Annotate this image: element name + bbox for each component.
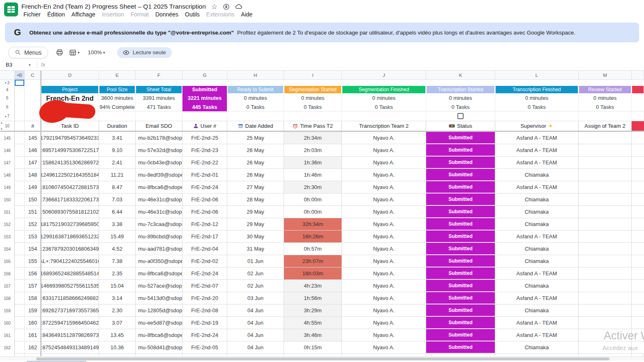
cell[interactable] bbox=[579, 80, 632, 86]
cell-user-number[interactable]: FrE-2nd-22 bbox=[182, 157, 227, 169]
cell-date-added[interactable]: 26 May bbox=[227, 144, 284, 157]
cell-email-sdo[interactable]: mu-508d41@sdoper bbox=[136, 341, 182, 354]
column-letter-M[interactable]: M bbox=[579, 71, 632, 80]
cell-team[interactable]: Nyavo A. bbox=[342, 267, 426, 280]
cell-team[interactable]: Nyavo A. bbox=[342, 231, 426, 243]
cell-task-number[interactable]: 145 bbox=[25, 132, 41, 144]
summary-card-submitted[interactable]: Submitted3221 minutes445 Tasks bbox=[182, 86, 227, 111]
cell-time-pass[interactable]: 16h:03m bbox=[284, 267, 342, 280]
summary-card-segmentation-started[interactable]: Segmentation Started0 minutes0 Tasks bbox=[284, 86, 342, 111]
cell-b[interactable] bbox=[15, 231, 25, 243]
row-gutter-corner[interactable] bbox=[0, 71, 15, 80]
cell-edge[interactable] bbox=[632, 181, 644, 194]
cell-supervisor[interactable]: Chiamaka bbox=[495, 341, 579, 354]
cell-email-sdo[interactable]: mu-89bcbd@sdoper bbox=[136, 231, 182, 243]
cell-task-id[interactable]: :8752454849313489149 bbox=[41, 341, 99, 354]
cell[interactable] bbox=[495, 111, 579, 121]
cell-date-added[interactable]: 27 May bbox=[227, 181, 284, 194]
cell-assign[interactable] bbox=[579, 194, 632, 206]
cell-email-sdo[interactable]: mu-8fbca6@sdopera bbox=[136, 181, 182, 194]
summary-card-ready-to-submit[interactable]: Ready to Submit0 minutes0 Tasks bbox=[227, 86, 284, 111]
cell-email-sdo[interactable]: mu-57e32d@sdoper bbox=[136, 144, 182, 157]
cell-b[interactable] bbox=[15, 206, 25, 218]
cell[interactable] bbox=[342, 80, 426, 86]
column-letter-E[interactable]: E bbox=[99, 71, 136, 80]
menu-outils[interactable]: Outils bbox=[182, 11, 203, 18]
cell-email-sdo[interactable]: mu-0cb43e@sdoper bbox=[136, 157, 182, 169]
cell-user-number[interactable]: FrE-2nd-23 bbox=[182, 144, 227, 157]
cell-edge[interactable] bbox=[632, 144, 644, 157]
row-headers-4-5-6[interactable]: 456 bbox=[0, 86, 15, 111]
cell-team[interactable]: Nyavo A. bbox=[342, 255, 426, 267]
format-grid-button[interactable]: ▾ bbox=[66, 47, 83, 58]
cell-status[interactable]: Submitted bbox=[426, 280, 495, 292]
cell[interactable] bbox=[25, 80, 41, 86]
cell-supervisor[interactable]: Chiamaka bbox=[495, 280, 579, 292]
cell-status[interactable]: Submitted bbox=[426, 157, 495, 169]
cell-time-pass[interactable]: 32h:34m bbox=[284, 218, 342, 231]
column-letter-K[interactable]: K bbox=[426, 71, 495, 80]
cell-task-id[interactable]: :6926273716973557365 bbox=[41, 304, 99, 317]
row-header-10[interactable]: ▾10▴ bbox=[0, 121, 15, 131]
cell[interactable] bbox=[227, 80, 284, 86]
cell-team[interactable]: Nyavo A. bbox=[342, 132, 426, 144]
workspace-promo-banner[interactable]: G Obtenez une adresse e-mail professionn… bbox=[5, 23, 639, 42]
cell-user-number[interactable]: FrE-2nd-05 bbox=[182, 341, 227, 354]
summary-card-pool-size[interactable]: Pool Size3600 minutes94% Complete bbox=[99, 86, 136, 111]
cell-duration[interactable]: 8.47 bbox=[99, 181, 136, 194]
cell-task-id[interactable]: 12991638718693651232 bbox=[41, 231, 99, 243]
cell-time-pass[interactable]: 0h:00m bbox=[284, 194, 342, 206]
cell-task-number[interactable]: 158 bbox=[25, 292, 41, 304]
column-header-status[interactable]: Status bbox=[426, 121, 495, 131]
cell-assign[interactable] bbox=[579, 206, 632, 218]
cell-date-added[interactable]: 04 Jun bbox=[227, 341, 284, 354]
cell-supervisor[interactable]: Chiamaka bbox=[495, 169, 579, 181]
selected-cell-b3[interactable] bbox=[15, 80, 25, 86]
cell-supervisor[interactable]: Asfand A - TEAM bbox=[495, 157, 579, 169]
chevron-down-icon[interactable]: ▾ bbox=[29, 63, 31, 67]
cell-task-number[interactable]: 148 bbox=[25, 169, 41, 181]
menu-fichier[interactable]: Fichier bbox=[20, 11, 44, 18]
cell[interactable] bbox=[25, 111, 41, 121]
row-header-155[interactable]: 155 bbox=[0, 255, 15, 267]
column-header--[interactable]: # bbox=[25, 121, 41, 131]
cell[interactable] bbox=[284, 80, 342, 86]
cell-edge[interactable] bbox=[632, 243, 644, 255]
cell-task-id[interactable]: :6331711858666249882 bbox=[41, 292, 99, 304]
row-header-160[interactable]: 160 bbox=[0, 317, 15, 329]
collapse-triangle-icon[interactable]: ▾ bbox=[5, 81, 7, 85]
summary-card-transcription-finished[interactable]: Transcription Finished0 minutes0 Tasks bbox=[495, 86, 579, 111]
cell-date-added[interactable]: 01 Jun bbox=[227, 255, 284, 267]
menu-aide[interactable]: Aide bbox=[238, 11, 256, 18]
cell-date-added[interactable]: 26 May bbox=[227, 157, 284, 169]
cell-time-pass[interactable]: 0h:15m bbox=[284, 341, 342, 354]
summary-card-sheet-total[interactable]: Sheet Total3391 minutes471 Tasks bbox=[136, 86, 182, 111]
cell-team[interactable]: Nyavo A. bbox=[342, 341, 426, 354]
cell-time-pass[interactable]: 4h:55m bbox=[284, 317, 342, 329]
cell[interactable] bbox=[25, 86, 41, 111]
cell-email-sdo[interactable]: mu-5413d0@sdoper bbox=[136, 292, 182, 304]
row-header-145[interactable]: 145 bbox=[0, 132, 15, 144]
cell-assign[interactable] bbox=[579, 280, 632, 292]
cell-status[interactable]: Submitted bbox=[426, 144, 495, 157]
cell-status[interactable]: Submitted bbox=[426, 169, 495, 181]
cell-assign[interactable] bbox=[579, 181, 632, 194]
summary-card-edge[interactable] bbox=[632, 86, 644, 111]
column-header-supervisor[interactable]: Supervisor☀ bbox=[495, 121, 579, 131]
row-header-158[interactable]: 158 bbox=[0, 292, 15, 304]
cell-task-id[interactable]: :8436491512879826973 bbox=[41, 329, 99, 341]
cell-task-number[interactable]: 157 bbox=[25, 280, 41, 292]
row-header-3[interactable]: ▾3 bbox=[0, 80, 15, 86]
column-letter-I[interactable]: I bbox=[284, 71, 342, 80]
cell-assign[interactable] bbox=[579, 169, 632, 181]
column-header-edge[interactable] bbox=[632, 121, 644, 131]
cell-task-id[interactable]: 18175219032739685950 bbox=[41, 218, 99, 231]
cell-task-id[interactable]: 14669398052755611535 bbox=[41, 280, 99, 292]
cell-time-pass[interactable]: 0h:57m bbox=[284, 243, 342, 255]
cell-date-added[interactable]: 02 Jun bbox=[227, 267, 284, 280]
cell[interactable] bbox=[99, 111, 136, 121]
cell-assign[interactable] bbox=[579, 157, 632, 169]
summary-card-transcription-started[interactable]: Transcription Started0 minutes0 Tasks bbox=[426, 86, 495, 111]
cell[interactable] bbox=[426, 80, 495, 86]
cell-time-pass[interactable]: 1h:46m bbox=[284, 169, 342, 181]
